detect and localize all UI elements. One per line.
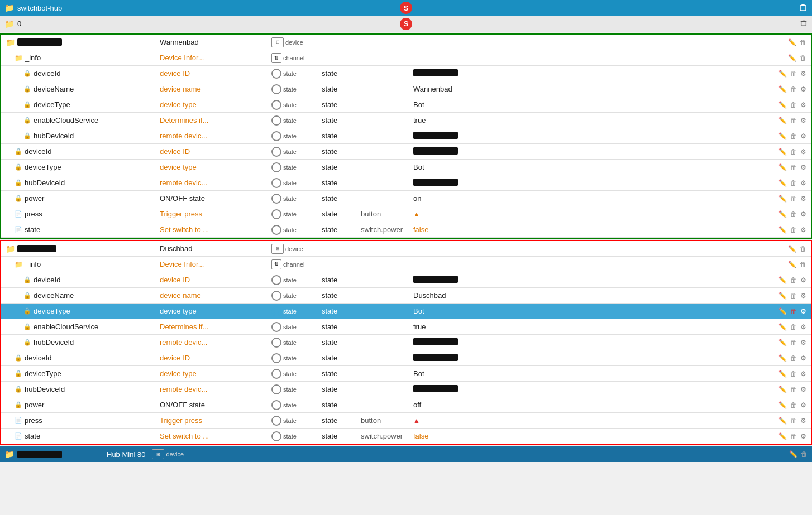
gear-s1dt2[interactable]: ⚙ xyxy=(800,163,806,171)
edit-s2dn[interactable]: ✏️ xyxy=(778,292,787,300)
section2-actions[interactable]: ✏️ 🗑 xyxy=(766,245,811,253)
gear-s2st[interactable]: ⚙ xyxy=(800,432,806,440)
edit-s2hdi2[interactable]: ✏️ xyxy=(778,386,787,393)
s2-power-row[interactable]: 🔒 power ON/OFF state state state off ✏️ … xyxy=(1,397,811,413)
s1-devicename-row[interactable]: 🔒 deviceName device name state state Wan… xyxy=(1,81,811,97)
s2-deviceid2-actions[interactable]: ✏️ 🗑 ⚙ xyxy=(766,354,811,362)
s1-hubdeviceid-actions[interactable]: ✏️ 🗑 ⚙ xyxy=(766,132,811,140)
edit-s1dt[interactable]: ✏️ xyxy=(778,101,787,109)
trash-s2pw[interactable]: 🗑 xyxy=(790,401,797,409)
edit-s2did2[interactable]: ✏️ xyxy=(778,354,787,362)
title-bar-trash[interactable] xyxy=(799,3,808,13)
s2-hubdeviceid2-actions[interactable]: ✏️ 🗑 ⚙ xyxy=(766,386,811,393)
gear-s2hdi[interactable]: ⚙ xyxy=(800,339,806,346)
trash-s1did2[interactable]: 🗑 xyxy=(790,148,797,156)
s2-deviceid2-row[interactable]: 🔒 deviceId device ID state state ✏️ 🗑 ⚙ xyxy=(1,350,811,366)
s2-deviceid-actions[interactable]: ✏️ 🗑 ⚙ xyxy=(766,276,811,284)
s2-devicetype-row-selected[interactable]: 🔒 deviceType device type state state Bot… xyxy=(1,304,811,319)
edit-s1pw[interactable]: ✏️ xyxy=(778,195,787,203)
s2-info-actions[interactable]: ✏️ 🗑 xyxy=(766,261,811,268)
s2-press-row[interactable]: 📄 press Trigger press state state button… xyxy=(1,413,811,429)
trash-s2hdi[interactable]: 🗑 xyxy=(790,339,797,346)
bottom-actions[interactable]: ✏️ 🗑 xyxy=(789,450,808,458)
gear-s2pr[interactable]: ⚙ xyxy=(800,417,806,425)
s1-devicetype2-row[interactable]: 🔒 deviceType device type state state Bot… xyxy=(1,160,811,175)
s2-info-row[interactable]: 📁 _info Device Infor... ⇅ channel ✏️ 🗑 xyxy=(1,257,811,272)
s1-press-actions[interactable]: ✏️ 🗑 ⚙ xyxy=(766,210,811,218)
gear-s2ecs[interactable]: ⚙ xyxy=(800,323,806,331)
edit-s1did[interactable]: ✏️ xyxy=(778,70,787,78)
edit-s1pr[interactable]: ✏️ xyxy=(778,210,787,218)
s2-devicename-actions[interactable]: ✏️ 🗑 ⚙ xyxy=(766,292,811,300)
trash-s1st[interactable]: 🗑 xyxy=(790,226,797,234)
s1-info-row[interactable]: 📁 _info Device Infor... ⇅ channel ✏️ 🗑 xyxy=(1,50,811,66)
gear-s2dt[interactable]: ⚙ xyxy=(800,307,806,315)
edit-icon-s1i[interactable]: ✏️ xyxy=(788,54,796,62)
s1-state-row[interactable]: 📄 state Set switch to ... state state sw… xyxy=(1,222,811,238)
gear-s1st[interactable]: ⚙ xyxy=(800,226,806,234)
edit-s2dt2[interactable]: ✏️ xyxy=(778,370,787,378)
s1-deviceid2-row[interactable]: 🔒 deviceId device ID state state ✏️ 🗑 ⚙ xyxy=(1,144,811,160)
gear-s1dn[interactable]: ⚙ xyxy=(800,85,806,93)
s1-power-row[interactable]: 🔒 power ON/OFF state state state on ✏️ 🗑… xyxy=(1,191,811,206)
s1-devicetype-row[interactable]: 🔒 deviceType device type state state Bot… xyxy=(1,97,811,113)
s2-ecs-row[interactable]: 🔒 enableCloudService Determines if... st… xyxy=(1,319,811,335)
gear-s2did2[interactable]: ⚙ xyxy=(800,354,806,362)
edit-s2dt[interactable]: ✏️ xyxy=(778,307,787,315)
s2-deviceid-row[interactable]: 🔒 deviceId device ID state state ✏️ 🗑 ⚙ xyxy=(1,272,811,288)
s1-ecs-actions[interactable]: ✏️ 🗑 ⚙ xyxy=(766,117,811,124)
edit-s2hdi[interactable]: ✏️ xyxy=(778,339,787,346)
gear-s1pr[interactable]: ⚙ xyxy=(800,210,806,218)
edit-s1hdi[interactable]: ✏️ xyxy=(778,132,787,140)
s1-deviceid2-actions[interactable]: ✏️ 🗑 ⚙ xyxy=(766,148,811,156)
gear-s2dn[interactable]: ⚙ xyxy=(800,292,806,300)
trash-s1pr[interactable]: 🗑 xyxy=(790,210,797,218)
edit-s2st[interactable]: ✏️ xyxy=(778,432,787,440)
s2-ecs-actions[interactable]: ✏️ 🗑 ⚙ xyxy=(766,323,811,331)
s2-hubdeviceid2-row[interactable]: 🔒 hubDeviceId remote devic... state stat… xyxy=(1,382,811,397)
edit-s1hdi2[interactable]: ✏️ xyxy=(778,179,787,187)
s1-power-actions[interactable]: ✏️ 🗑 ⚙ xyxy=(766,195,811,203)
trash-s1dn[interactable]: 🗑 xyxy=(790,85,797,93)
trash-icon-s1i[interactable]: 🗑 xyxy=(800,54,806,62)
trash-s1ecs[interactable]: 🗑 xyxy=(790,117,797,124)
edit-s1dn[interactable]: ✏️ xyxy=(778,85,787,93)
edit-s1did2[interactable]: ✏️ xyxy=(778,148,787,156)
s1-deviceid-row[interactable]: 🔒 deviceId device ID state state ✏️ 🗑 ⚙ xyxy=(1,66,811,81)
s1-press-row[interactable]: 📄 press Trigger press state state button… xyxy=(1,206,811,222)
gear-s1ecs[interactable]: ⚙ xyxy=(800,117,806,124)
s1-deviceid-actions[interactable]: ✏️ 🗑 ⚙ xyxy=(766,70,811,78)
gear-s1hdi2[interactable]: ⚙ xyxy=(800,179,806,187)
trash-s1hdi[interactable]: 🗑 xyxy=(790,132,797,140)
trash-s2st[interactable]: 🗑 xyxy=(790,432,797,440)
edit-s2pr[interactable]: ✏️ xyxy=(778,417,787,425)
edit-s2pw[interactable]: ✏️ xyxy=(778,401,787,409)
trash-s2hdi2[interactable]: 🗑 xyxy=(790,386,797,393)
gear-s1did[interactable]: ⚙ xyxy=(800,70,806,78)
root-trash[interactable] xyxy=(800,19,808,28)
trash-icon-s2t[interactable]: 🗑 xyxy=(800,245,806,253)
s2-state-actions[interactable]: ✏️ 🗑 ⚙ xyxy=(766,432,811,440)
s2-hubdeviceid-row[interactable]: 🔒 hubDeviceId remote devic... state stat… xyxy=(1,335,811,350)
s1-info-actions[interactable]: ✏️ 🗑 xyxy=(766,54,811,62)
gear-s2pw[interactable]: ⚙ xyxy=(800,401,806,409)
bottom-hub-row[interactable]: 📁 Hub Mini 80 ⊞ device ✏️ 🗑 xyxy=(0,446,812,462)
trash-s2dn[interactable]: 🗑 xyxy=(790,292,797,300)
trash-s2pr[interactable]: 🗑 xyxy=(790,417,797,425)
s1-devicename-actions[interactable]: ✏️ 🗑 ⚙ xyxy=(766,85,811,93)
trash-s1dt2[interactable]: 🗑 xyxy=(790,163,797,171)
trash-icon-bottom[interactable]: 🗑 xyxy=(801,450,808,458)
gear-s1pw[interactable]: ⚙ xyxy=(800,195,806,203)
gear-s1did2[interactable]: ⚙ xyxy=(800,148,806,156)
s2-press-actions[interactable]: ✏️ 🗑 ⚙ xyxy=(766,417,811,425)
trash-s2did2[interactable]: 🗑 xyxy=(790,354,797,362)
s2-hubdeviceid-actions[interactable]: ✏️ 🗑 ⚙ xyxy=(766,339,811,346)
gear-s1dt[interactable]: ⚙ xyxy=(800,101,806,109)
gear-s2hdi2[interactable]: ⚙ xyxy=(800,386,806,393)
edit-icon-s2t[interactable]: ✏️ xyxy=(788,245,796,253)
trash-s2dt2[interactable]: 🗑 xyxy=(790,370,797,378)
s2-state-row[interactable]: 📄 state Set switch to ... state state sw… xyxy=(1,429,811,444)
s1-ecs-row[interactable]: 🔒 enableCloudService Determines if... st… xyxy=(1,113,811,128)
edit-s1ecs[interactable]: ✏️ xyxy=(778,117,787,124)
s1-hubdeviceid2-actions[interactable]: ✏️ 🗑 ⚙ xyxy=(766,179,811,187)
